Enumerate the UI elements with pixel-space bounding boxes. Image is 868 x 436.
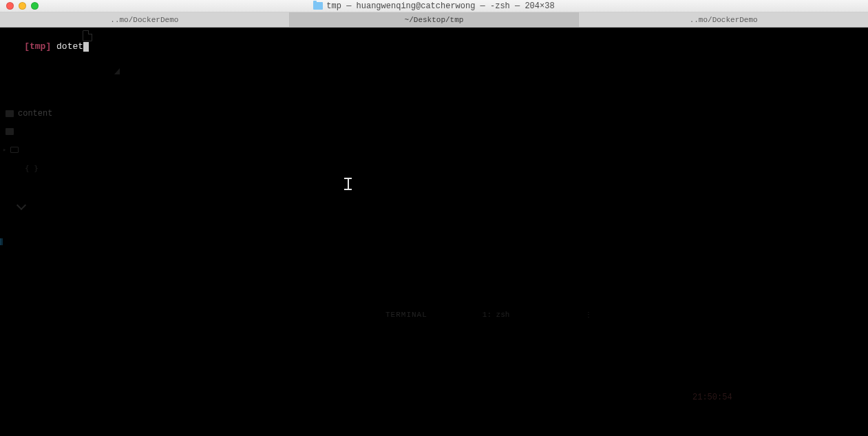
text-cursor-block (83, 42, 89, 52)
ghost-time: 21:50:54 (692, 393, 732, 402)
edit-icon (17, 200, 26, 210)
folder-icon (313, 2, 323, 10)
session-tab-strip: ..mo/DockerDemo ~/Desktop/tmp ..mo/Docke… (0, 12, 868, 28)
ghost-sidebar-label: content (18, 109, 52, 118)
prompt-context: [tmp] (24, 41, 51, 52)
session-tab[interactable]: ..mo/DockerDemo (579, 12, 868, 27)
window-controls (0, 2, 39, 10)
session-tab[interactable]: ~/Desktop/tmp (290, 12, 580, 27)
json-file-icon: { } (25, 164, 39, 173)
folder-open-icon (10, 147, 19, 153)
ghost-activity-marker (0, 238, 3, 245)
session-tab-label: ..mo/DockerDemo (110, 16, 178, 24)
session-tab-label: ..mo/DockerDemo (690, 16, 758, 24)
ghost-shell-label: 1: zsh (483, 311, 510, 319)
ghost-shell-selector: 1: zsh ⋮ (483, 311, 591, 319)
chevron-down-icon: ▸ (3, 146, 6, 154)
minimize-window-button[interactable] (19, 2, 26, 10)
prompt-line: [tmp] dotet (3, 30, 89, 63)
ghost-sidebar-item (18, 202, 25, 209)
zoom-window-button[interactable] (31, 2, 39, 10)
ghost-sidebar-item: content (6, 109, 52, 118)
session-tab[interactable]: ..mo/DockerDemo (0, 12, 290, 27)
window-title-text: tmp — huangwenqing@catcherwong — -zsh — … (326, 1, 554, 11)
ghost-panel-tab-label: TERMINAL (385, 311, 427, 319)
ghost-resize-handle (114, 68, 120, 74)
ghost-sidebar-item: ▸ (3, 146, 19, 154)
more-icon: ⋮ (585, 311, 591, 319)
mouse-cursor-ibeam (344, 178, 352, 190)
folder-icon (6, 110, 14, 117)
ghost-sidebar: content ▸ { } (0, 28, 124, 436)
window-title: tmp — huangwenqing@catcherwong — -zsh — … (0, 1, 868, 11)
prompt-command-text: dotet (56, 41, 83, 52)
session-tab-label: ~/Desktop/tmp (405, 16, 464, 24)
folder-icon (6, 128, 14, 135)
file-icon (83, 30, 92, 41)
ghost-sidebar-item: { } (25, 164, 39, 173)
ghost-sidebar-item (6, 128, 14, 135)
window-titlebar: tmp — huangwenqing@catcherwong — -zsh — … (0, 0, 868, 12)
ghost-panel-header: TERMINAL 1: zsh ⋮ (385, 311, 591, 319)
close-window-button[interactable] (6, 2, 14, 10)
terminal-viewport[interactable]: [tmp] dotet content ▸ { } TERMINAL 1: zs… (0, 28, 868, 436)
